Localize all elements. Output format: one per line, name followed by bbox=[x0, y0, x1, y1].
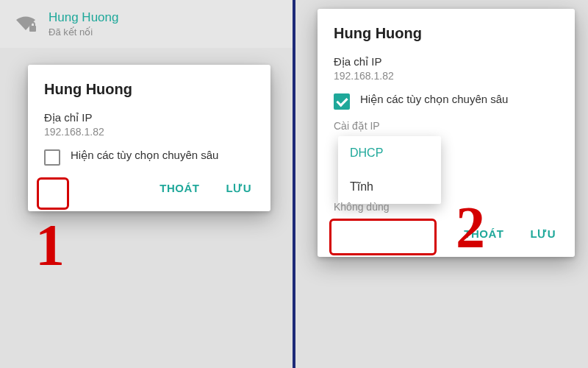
wifi-ssid: Hung Huong bbox=[49, 10, 118, 25]
wifi-status: Đã kết nối bbox=[49, 26, 118, 38]
wifi-dialog-step1: Hung Huong Địa chỉ IP 192.168.1.82 Hiện … bbox=[28, 65, 270, 211]
advanced-checkbox-unchecked[interactable] bbox=[44, 149, 60, 166]
advanced-label: Hiện các tùy chọn chuyên sâu bbox=[360, 92, 508, 107]
ip-value: 192.168.1.82 bbox=[44, 126, 254, 138]
save-button[interactable]: LƯU bbox=[528, 222, 559, 247]
dialog-title: Hung Huong bbox=[334, 25, 559, 42]
panel-divider bbox=[293, 0, 295, 368]
cancel-button[interactable]: THOÁT bbox=[157, 176, 202, 201]
ip-settings-label: Cài đặt IP bbox=[334, 120, 559, 132]
dropdown-option-dhcp[interactable]: DHCP bbox=[338, 136, 441, 170]
cancel-button[interactable]: THOÁT bbox=[461, 222, 506, 247]
truncated-text: Không dùng bbox=[334, 201, 559, 213]
dialog-title: Hung Huong bbox=[44, 81, 254, 98]
wifi-lock-icon bbox=[13, 14, 38, 35]
advanced-checkbox-checked[interactable] bbox=[334, 93, 350, 110]
svg-rect-0 bbox=[29, 26, 36, 32]
ip-label: Địa chỉ IP bbox=[334, 55, 559, 68]
ip-value: 192.168.1.82 bbox=[334, 70, 559, 82]
save-button[interactable]: LƯU bbox=[223, 176, 255, 201]
ip-label: Địa chỉ IP bbox=[44, 111, 254, 124]
right-panel: Hung Huong Địa chỉ IP 192.168.1.82 Hiện … bbox=[295, 0, 588, 368]
wifi-connected-row[interactable]: Hung Huong Đã kết nối bbox=[0, 0, 293, 48]
wifi-dialog-step2: Hung Huong Địa chỉ IP 192.168.1.82 Hiện … bbox=[318, 9, 575, 257]
advanced-options-row[interactable]: Hiện các tùy chọn chuyên sâu bbox=[44, 148, 254, 166]
advanced-label: Hiện các tùy chọn chuyên sâu bbox=[71, 148, 218, 163]
advanced-options-row[interactable]: Hiện các tùy chọn chuyên sâu bbox=[334, 92, 559, 110]
left-panel: Hung Huong Đã kết nối Hung Huong Địa chỉ… bbox=[0, 0, 293, 368]
dropdown-option-static[interactable]: Tĩnh bbox=[338, 170, 441, 204]
ip-settings-dropdown: DHCP Tĩnh bbox=[338, 136, 441, 204]
